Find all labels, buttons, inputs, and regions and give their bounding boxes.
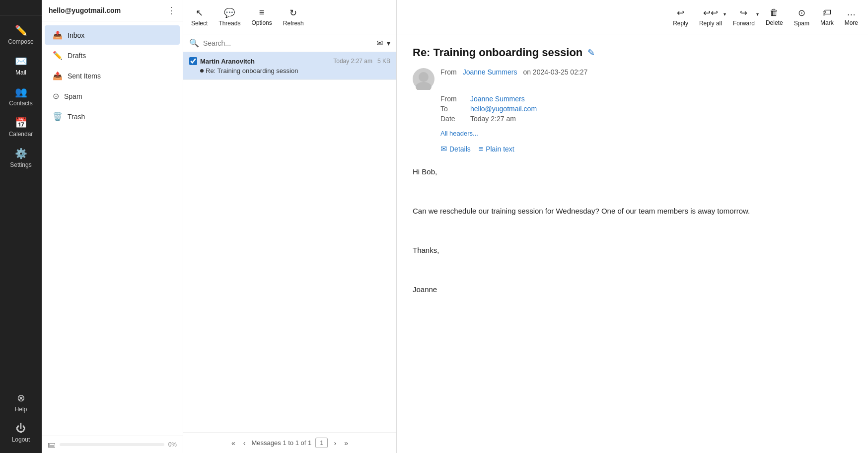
search-icon: 🔍: [189, 38, 199, 48]
reply-button[interactable]: ↩Reply: [668, 4, 693, 30]
refresh-label: Refresh: [283, 20, 304, 27]
message-sender: Martin Aranovitch: [200, 58, 255, 65]
select-label: Select: [191, 20, 208, 27]
email-body-paragraph: [413, 264, 852, 277]
folder-panel: hello@yugotmail.com ⋮ 📥Inbox✏️Drafts📤Sen…: [42, 0, 183, 453]
envelope-filter-icon[interactable]: ✉: [376, 38, 383, 48]
to-meta-label: To: [440, 105, 470, 113]
details-view-label: Details: [449, 145, 471, 153]
date-meta-value: Today 2:27 am: [470, 115, 516, 123]
more-icon: …: [847, 7, 856, 18]
from-meta-value[interactable]: Joanne Summers: [470, 95, 525, 103]
refresh-button[interactable]: ↻Refresh: [278, 4, 309, 30]
sidebar-item-settings[interactable]: ⚙️Settings: [0, 143, 42, 173]
date-meta-label: Date: [440, 115, 470, 123]
left-toolbar-section: ↖Select💬Threads≡Options↻Refresh: [183, 0, 397, 34]
options-icon: ≡: [259, 7, 265, 18]
reply-all-button[interactable]: ↩↩Reply all▾: [694, 4, 727, 30]
folder-menu-icon[interactable]: ⋮: [167, 5, 176, 16]
forward-button[interactable]: ↪Forward▾: [728, 4, 760, 30]
email-subject: Re: Training onboarding session: [413, 46, 582, 59]
mail-icon: ✉️: [15, 55, 27, 67]
sender-avatar: [413, 68, 434, 90]
delete-button[interactable]: 🗑Delete: [761, 4, 788, 29]
sidebar-item-label: Contacts: [9, 100, 32, 107]
next-page-button[interactable]: ›: [332, 438, 338, 448]
reply-label: Reply: [673, 20, 688, 27]
sidebar-item-help[interactable]: ⊗Help: [0, 387, 42, 418]
email-body-paragraph: [413, 225, 852, 237]
reply-icon: ↩: [677, 7, 684, 18]
sidebar-item-mail[interactable]: ✉️Mail: [0, 50, 42, 81]
sidebar-item-label: Settings: [10, 161, 31, 168]
mark-button[interactable]: 🏷Mark: [815, 4, 839, 29]
message-size: 5 KB: [377, 58, 390, 65]
account-email: hello@yugotmail.com: [49, 6, 121, 14]
inbox-folder-icon: 📥: [53, 30, 63, 40]
message-checkbox[interactable]: [189, 57, 197, 65]
forward-dropdown-arrow[interactable]: ▾: [756, 11, 759, 17]
first-page-button[interactable]: «: [229, 438, 237, 448]
to-meta-value[interactable]: hello@yugotmail.com: [470, 105, 537, 113]
pagination-info: Messages 1 to 1 of 1: [252, 439, 312, 447]
spam-button[interactable]: ⊙Spam: [789, 4, 814, 30]
from-meta-row: From Joanne Summers: [440, 95, 852, 103]
refresh-icon: ↻: [289, 7, 297, 18]
sidebar-item-label: Compose: [8, 38, 33, 45]
sidebar-item-logout[interactable]: ⏻Logout: [0, 418, 42, 448]
plain-text-view-icon: ≡: [479, 145, 483, 153]
message-time: Today 2:27 am: [333, 58, 372, 65]
message-item[interactable]: Martin Aranovitch Today 2:27 am 5 KB Re:…: [183, 52, 396, 80]
message-list: Martin Aranovitch Today 2:27 am 5 KB Re:…: [183, 52, 396, 80]
date-meta-row: Date Today 2:27 am: [440, 115, 852, 123]
sidebar-item-contacts[interactable]: 👥Contacts: [0, 81, 42, 112]
select-icon: ↖: [196, 7, 203, 18]
folder-spam[interactable]: ⊙Spam: [45, 86, 180, 106]
current-page[interactable]: 1: [315, 438, 328, 448]
email-from-info: From Joanne Summers on 2024-03-25 02:27: [440, 68, 587, 84]
from-meta-label: From: [440, 95, 470, 103]
sidebar-item-calendar[interactable]: 📅Calendar: [0, 112, 42, 143]
search-input[interactable]: [203, 39, 372, 47]
view-option-details[interactable]: ✉Details: [440, 144, 471, 153]
folder-header: hello@yugotmail.com ⋮: [42, 0, 183, 21]
svg-point-0: [419, 72, 429, 82]
storage-percent: 0%: [168, 441, 177, 448]
sidebar-item-compose[interactable]: ✏️Compose: [0, 19, 42, 50]
threads-button[interactable]: 💬Threads: [214, 4, 245, 30]
unread-dot: [200, 69, 204, 73]
all-headers-link[interactable]: All headers...: [440, 130, 852, 137]
view-option-plain-text[interactable]: ≡Plain text: [479, 145, 514, 153]
reply-all-label: Reply all: [699, 20, 722, 27]
folder-trash[interactable]: 🗑️Trash: [45, 107, 180, 126]
trash-folder-icon: 🗑️: [53, 112, 63, 121]
options-button[interactable]: ≡Options: [246, 4, 277, 29]
search-dropdown-icon[interactable]: ▾: [387, 39, 390, 47]
email-meta-table: From Joanne Summers To hello@yugotmail.c…: [440, 95, 852, 123]
spam-folder-icon: ⊙: [53, 91, 59, 101]
storage-bar: 🖴 0%: [42, 436, 183, 453]
compose-icon: ✏️: [15, 24, 27, 36]
folder-inbox[interactable]: 📥Inbox: [45, 25, 180, 45]
message-list-panel: 🔍 ✉ ▾ Martin Aranovitch Today 2:27 am 5 …: [183, 34, 397, 453]
spam-icon: ⊙: [798, 7, 805, 18]
folder-sent[interactable]: 📤Sent Items: [45, 66, 180, 85]
folder-drafts[interactable]: ✏️Drafts: [45, 46, 180, 65]
sidebar-item-label: Calendar: [9, 131, 33, 138]
sender-name[interactable]: Joanne Summers: [463, 68, 517, 76]
select-button[interactable]: ↖Select: [186, 4, 213, 30]
edit-subject-icon[interactable]: ✎: [587, 47, 595, 58]
right-toolbar-section: ↩Reply↩↩Reply all▾↪Forward▾🗑Delete⊙Spam🏷…: [397, 0, 868, 34]
reply-all-dropdown-arrow[interactable]: ▾: [723, 11, 726, 17]
email-body-paragraph: Joanne: [413, 283, 852, 296]
more-button[interactable]: …More: [840, 4, 863, 29]
spam-label: Spam: [794, 20, 809, 27]
options-label: Options: [251, 19, 272, 26]
last-page-button[interactable]: »: [342, 438, 350, 448]
sidebar-item-label: Help: [15, 406, 27, 413]
prev-page-button[interactable]: ‹: [241, 438, 248, 448]
main-area: ↖Select💬Threads≡Options↻Refresh ↩Reply↩↩…: [183, 0, 868, 453]
search-bar: 🔍 ✉ ▾: [183, 34, 396, 52]
svg-point-1: [416, 82, 432, 90]
folder-label: Trash: [68, 113, 85, 121]
